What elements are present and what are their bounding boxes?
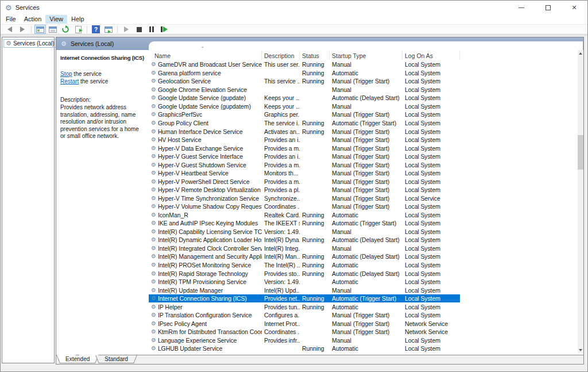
menu-file[interactable]: File <box>2 15 20 24</box>
table-row[interactable]: ⚙LGHUB Updater Service Running Automatic… <box>149 344 460 353</box>
help-button[interactable]: ? <box>90 25 102 34</box>
table-row[interactable]: ⚙Internet Connection Sharing (ICS) Provi… <box>149 294 460 303</box>
minimize-button[interactable] <box>508 1 535 14</box>
cell-description: This service ... <box>262 78 300 85</box>
table-row[interactable]: ⚙Human Interface Device Service Activate… <box>149 127 460 136</box>
table-row[interactable]: ⚙GraphicsPerfSvc Graphics per... Manual … <box>149 110 460 119</box>
table-row[interactable]: ⚙HV Host Service Provides an i... Manual… <box>149 136 460 144</box>
table-row[interactable]: ⚙Intel(R) Management and Security Applic… <box>149 252 460 261</box>
service-gear-icon: ⚙ <box>151 271 156 277</box>
cell-name: ⚙Intel(R) Integrated Clock Controller Se… <box>149 245 262 252</box>
menu-help[interactable]: Help <box>67 15 88 24</box>
vertical-scrollbar[interactable] <box>578 50 583 354</box>
table-row[interactable]: ⚙Hyper-V Remote Desktop Virtualization S… <box>149 186 460 194</box>
table-row[interactable]: ⚙GameDVR and Broadcast User Service_8f2f… <box>149 60 460 69</box>
table-row[interactable]: ⚙Garena platform service Running Automat… <box>149 69 460 78</box>
cell-name: ⚙GameDVR and Broadcast User Service_8f2f… <box>149 61 262 68</box>
cell-log-on-as: Network Service <box>403 328 460 335</box>
close-button[interactable]: ✕ <box>561 1 587 14</box>
table-row[interactable]: ⚙Intel(R) Dynamic Application Loader Hos… <box>149 236 460 244</box>
stop-service-link[interactable]: Stop <box>60 71 72 77</box>
stop-service-button[interactable] <box>133 25 145 34</box>
export-list-button[interactable] <box>72 25 84 34</box>
table-row[interactable]: ⚙Geolocation Service This service ... Ru… <box>149 77 460 86</box>
start-service-button[interactable] <box>121 25 132 34</box>
table-row[interactable]: ⚙KtmRm for Distributed Transaction Coord… <box>149 328 460 336</box>
column-header-startup-type[interactable]: Startup Type <box>330 50 403 60</box>
cell-startup-type: Manual (Trigger Start) <box>330 162 403 168</box>
tab-extended[interactable]: Extended <box>58 355 97 364</box>
cell-log-on-as: Local System <box>403 120 460 126</box>
cell-log-on-as: Local System <box>403 145 460 152</box>
properties-button[interactable] <box>47 25 59 34</box>
table-row[interactable]: ⚙Intel(R) Update Manager Intel(R) Upd...… <box>149 286 460 294</box>
column-header-description[interactable]: Description <box>262 50 300 60</box>
pane-header-label: Services (Local) <box>71 40 114 47</box>
table-row[interactable]: ⚙Intel(R) PROSet Monitoring Service The … <box>149 261 460 270</box>
app-gear-icon: ⚙ <box>5 4 12 11</box>
restart-service-button[interactable] <box>158 25 170 34</box>
scroll-down-button[interactable] <box>578 347 583 354</box>
table-row[interactable]: ⚙Hyper-V Heartbeat Service Monitors th..… <box>149 169 460 178</box>
cell-description: Version: 1.49... <box>262 228 300 235</box>
scrollbar-thumb[interactable] <box>578 135 583 170</box>
table-row[interactable]: ⚙Language Experience Service Provides in… <box>149 336 460 345</box>
menu-view[interactable]: View <box>45 15 67 24</box>
cell-status: Running <box>300 270 330 277</box>
table-row[interactable]: ⚙Hyper-V Time Synchronization Service Sy… <box>149 194 460 203</box>
cell-startup-type: Manual <box>330 228 403 235</box>
column-header-log-on-as[interactable]: Log On As <box>403 50 460 60</box>
table-row[interactable]: ⚙Intel(R) Capability Licensing Service T… <box>149 228 460 236</box>
tree-item-services-local[interactable]: ⚙ Services (Local) <box>3 39 57 48</box>
service-gear-icon: ⚙ <box>151 304 156 310</box>
table-row[interactable]: ⚙Hyper-V Volume Shadow Copy Requestor Co… <box>149 202 460 211</box>
table-row[interactable]: ⚙IKE and AuthIP IPsec Keying Modules The… <box>149 219 460 228</box>
cell-name: ⚙Intel(R) PROSet Monitoring Service <box>149 262 262 269</box>
table-row[interactable]: ⚙IPsec Policy Agent Internet Prot... Man… <box>149 319 460 328</box>
refresh-button[interactable] <box>60 25 71 34</box>
cell-log-on-as: Local System <box>403 162 460 168</box>
show-action-pane-button[interactable] <box>103 25 114 34</box>
forward-button[interactable] <box>17 25 28 34</box>
table-row[interactable]: ⚙Google Update Service (gupdatem) Keeps … <box>149 102 460 111</box>
stop-service-line: Stop the service <box>60 71 145 78</box>
cell-status: Running <box>300 253 330 260</box>
services-pane: ⚙ Services (Local) Internet Connection S… <box>56 37 584 365</box>
restart-service-link[interactable]: Restart <box>60 78 79 85</box>
service-gear-icon: ⚙ <box>151 229 156 235</box>
show-console-tree-button[interactable] <box>34 25 46 34</box>
cell-description: Provides a m... <box>262 145 300 152</box>
back-button[interactable] <box>4 25 16 34</box>
table-row[interactable]: ⚙Intel(R) Integrated Clock Controller Se… <box>149 244 460 253</box>
view-tabs: Extended Standard <box>56 355 583 364</box>
cell-name: ⚙Intel(R) Dynamic Application Loader Hos… <box>149 236 262 243</box>
table-row[interactable]: ⚙IP Translation Configuration Service Co… <box>149 311 460 320</box>
table-row[interactable]: ⚙Hyper-V Guest Shutdown Service Provides… <box>149 160 460 169</box>
menu-bar: File Action View Help <box>1 14 587 25</box>
table-row[interactable]: ⚙Intel(R) Rapid Storage Technology Provi… <box>149 269 460 278</box>
table-row[interactable]: ⚙Google Chrome Elevation Service Manual … <box>149 86 460 94</box>
cell-startup-type: Manual <box>330 245 403 252</box>
scroll-up-button[interactable] <box>578 50 583 57</box>
service-gear-icon: ⚙ <box>151 162 156 168</box>
table-row[interactable]: ⚙Hyper-V Guest Service Interface Provide… <box>149 152 460 161</box>
menu-action[interactable]: Action <box>20 15 46 24</box>
tab-standard[interactable]: Standard <box>97 355 136 364</box>
table-row[interactable]: ⚙Hyper-V PowerShell Direct Service Provi… <box>149 177 460 186</box>
column-header-status[interactable]: Status <box>300 50 330 60</box>
table-row[interactable]: ⚙Google Update Service (gupdate) Keeps y… <box>149 94 460 102</box>
table-row[interactable]: ⚙Group Policy Client The service i... Ru… <box>149 119 460 128</box>
maximize-button[interactable] <box>535 1 561 14</box>
cell-name: ⚙Garena platform service <box>149 70 262 76</box>
cell-startup-type: Manual (Trigger Start) <box>330 328 403 335</box>
table-row[interactable]: ⚙IP Helper Provides tun... Running Autom… <box>149 302 460 311</box>
table-row[interactable]: ⚙Intel(R) TPM Provisioning Service Versi… <box>149 278 460 286</box>
toolbar-separator <box>87 26 87 33</box>
table-row[interactable]: ⚙IconMan_R Realtek Card... Running Autom… <box>149 211 460 220</box>
pause-service-button[interactable] <box>146 25 157 34</box>
cell-description: Provides a m... <box>262 178 300 185</box>
services-list: ˆ Name Description Status Startup Type L… <box>149 41 583 355</box>
table-row[interactable]: ⚙Hyper-V Data Exchange Service Provides … <box>149 144 460 152</box>
column-header-name[interactable]: Name <box>149 50 262 60</box>
cell-startup-type: Manual <box>330 287 403 294</box>
